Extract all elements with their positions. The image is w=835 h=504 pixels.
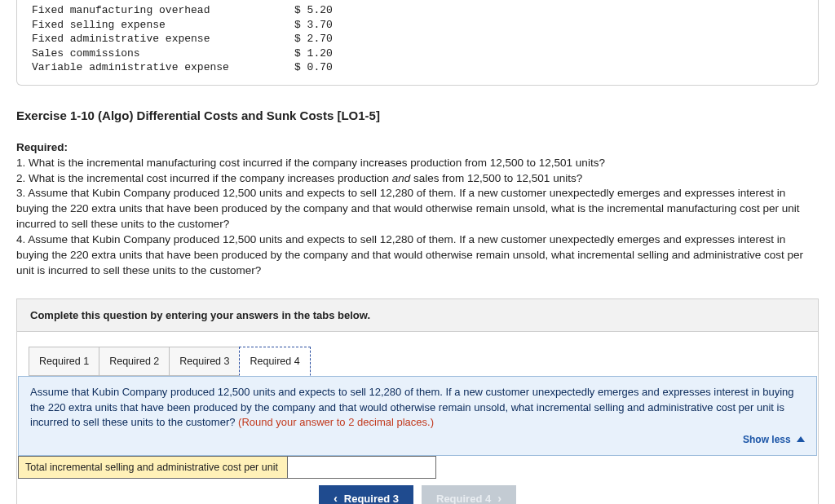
nav-buttons: ‹ Required 3 Required 4 › bbox=[17, 479, 818, 504]
cost-label: Fixed manufacturing overhead bbox=[32, 3, 294, 18]
required-block: Required: 1. What is the incremental man… bbox=[16, 140, 819, 279]
cost-row: Fixed manufacturing overhead$ 5.20 bbox=[32, 3, 803, 18]
cost-value: $ 3.70 bbox=[294, 18, 343, 33]
cost-listing: Fixed manufacturing overhead$ 5.20Fixed … bbox=[16, 0, 819, 86]
required-item: 2. What is the incremental cost incurred… bbox=[16, 171, 819, 187]
cost-row: Variable administrative expense$ 0.70 bbox=[32, 60, 803, 75]
exercise-title: Exercise 1-10 (Algo) Differential Costs … bbox=[16, 108, 819, 122]
tab-required-3[interactable]: Required 3 bbox=[169, 347, 240, 376]
chevron-right-icon: › bbox=[497, 492, 501, 504]
tab-required-4[interactable]: Required 4 bbox=[239, 347, 310, 376]
tab-prompt: Assume that Kubin Company produced 12,50… bbox=[18, 376, 817, 457]
cost-row: Fixed administrative expense$ 2.70 bbox=[32, 32, 803, 46]
cost-label: Fixed selling expense bbox=[32, 18, 294, 33]
cost-label: Sales commissions bbox=[32, 46, 294, 61]
cost-value: $ 1.20 bbox=[294, 46, 343, 61]
cost-row: Fixed selling expense$ 3.70 bbox=[32, 18, 803, 33]
table-row: Total incremental selling and administra… bbox=[19, 457, 436, 479]
required-item: 4. Assume that Kubin Company produced 12… bbox=[16, 232, 819, 279]
chevron-up-icon bbox=[797, 436, 805, 442]
complete-instruction: Complete this question by entering your … bbox=[17, 299, 818, 332]
tab-required-2[interactable]: Required 2 bbox=[99, 347, 170, 376]
rounding-note: (Round your answer to 2 decimal places.) bbox=[238, 416, 434, 428]
answer-table: Total incremental selling and administra… bbox=[17, 456, 818, 479]
cost-row: Sales commissions$ 1.20 bbox=[32, 46, 803, 61]
required-heading: Required: bbox=[16, 140, 819, 156]
cost-value: $ 0.70 bbox=[294, 60, 343, 75]
answer-input[interactable] bbox=[294, 460, 429, 475]
next-button: Required 4 › bbox=[422, 485, 516, 504]
answer-area: Complete this question by entering your … bbox=[16, 298, 819, 504]
cost-label: Fixed administrative expense bbox=[32, 32, 294, 46]
answer-input-cell[interactable] bbox=[288, 457, 436, 479]
show-less-label: Show less bbox=[743, 434, 791, 445]
prev-button[interactable]: ‹ Required 3 bbox=[319, 485, 413, 504]
cost-value: $ 2.70 bbox=[294, 32, 343, 46]
cost-value: $ 5.20 bbox=[294, 3, 343, 18]
tabs: Required 1Required 2Required 3Required 4 bbox=[17, 332, 818, 376]
required-item: 3. Assume that Kubin Company produced 12… bbox=[16, 186, 819, 232]
cost-label: Variable administrative expense bbox=[32, 60, 294, 75]
required-item: 1. What is the incremental manufacturing… bbox=[16, 156, 819, 171]
answer-label: Total incremental selling and administra… bbox=[19, 457, 288, 479]
show-less-toggle[interactable]: Show less bbox=[743, 433, 805, 447]
tab-required-1[interactable]: Required 1 bbox=[29, 347, 99, 376]
chevron-left-icon: ‹ bbox=[334, 492, 338, 504]
prev-label: Required 3 bbox=[344, 493, 399, 504]
next-label: Required 4 bbox=[436, 493, 491, 504]
